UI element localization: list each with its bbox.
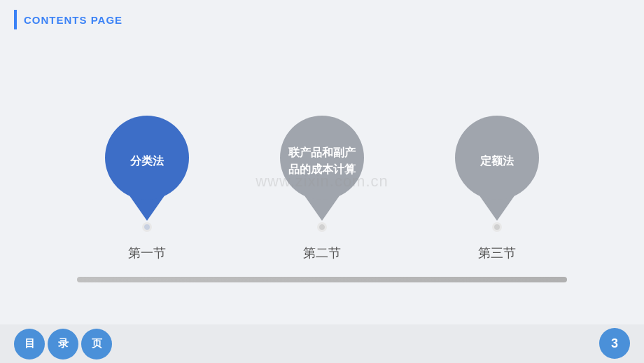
pin-item-3[interactable]: 定额法 [427,116,567,232]
section-label-1: 第一节 [77,245,217,261]
tab-mu[interactable]: 目 [14,329,45,359]
section-label-3: 第三节 [427,245,567,261]
bottom-tabs: 目 录 页 [14,329,112,359]
pin-dot-1 [142,222,152,232]
section-label-2: 第二节 [252,245,392,261]
main-content: 分类法 联产品和副产品的成本计算 定额法 第一节 第二节 [0,56,644,321]
page-number: 3 [599,328,630,359]
pin-shape-2: 联产品和副产品的成本计算 [276,116,368,221]
pin-dot-3 [492,222,502,232]
pin-text-2: 联产品和副产品的成本计算 [288,144,356,178]
tab-lu[interactable]: 录 [48,329,78,359]
pin-item-1[interactable]: 分类法 [77,116,217,232]
pin-shape-1: 分类法 [102,116,192,221]
bottom-bar: 目 录 页 3 [0,324,644,363]
header: CONTENTS PAGE [14,10,122,29]
header-accent-bar [14,10,17,29]
labels-row: 第一节 第二节 第三节 [77,245,567,261]
page-title: CONTENTS PAGE [24,14,122,26]
timeline-line [77,277,567,282]
pin-text-1: 分类法 [130,153,164,170]
pin-item-2[interactable]: 联产品和副产品的成本计算 [252,116,392,232]
timeline-container: 分类法 联产品和副产品的成本计算 定额法 第一节 第二节 [77,116,567,261]
pin-shape-3: 定额法 [451,116,542,221]
pin-dot-2 [317,222,327,232]
tab-ye[interactable]: 页 [81,329,112,359]
pin-text-3: 定额法 [480,153,514,170]
pins-row: 分类法 联产品和副产品的成本计算 定额法 [77,116,567,232]
